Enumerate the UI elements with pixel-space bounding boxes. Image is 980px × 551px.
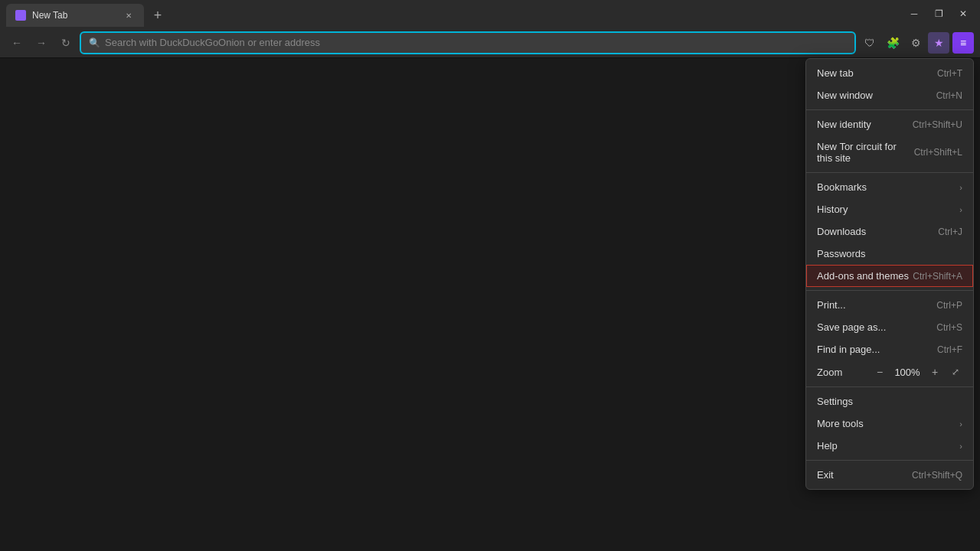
menu-item-exit[interactable]: Exit Ctrl+Shift+Q [806,464,973,486]
menu-item-find-in-page[interactable]: Find in page... Ctrl+F [806,338,973,360]
menu-separator-3 [806,290,973,291]
menu-item-new-window[interactable]: New window Ctrl+N [806,84,973,106]
zoom-value: 100% [893,367,921,378]
minimize-button[interactable]: ─ [903,3,925,24]
menu-item-new-tor-circuit[interactable]: New Tor circuit for this site Ctrl+Shift… [806,135,973,169]
menu-item-addons[interactable]: Add-ons and themes Ctrl+Shift+A [806,265,973,287]
zoom-controls: − 100% + ⤢ [872,364,962,380]
title-bar: New Tab ✕ + ─ ❐ ✕ [0,0,980,28]
zoom-decrease-button[interactable]: − [872,364,887,380]
address-bar[interactable]: 🔍 [80,31,856,54]
maximize-button[interactable]: ❐ [928,3,949,24]
reload-button[interactable]: ↻ [55,32,77,54]
menu-item-save-page[interactable]: Save page as... Ctrl+S [806,316,973,338]
menu-item-help[interactable]: Help › [806,435,973,457]
menu-separator-5 [806,460,973,461]
back-button[interactable]: ← [6,32,28,54]
menu-item-print[interactable]: Print... Ctrl+P [806,294,973,316]
dropdown-menu: New tab Ctrl+T New window Ctrl+N New ide… [805,58,974,490]
toolbar: ← → ↻ 🔍 🛡 🧩 ⚙ ★ ≡ [0,28,980,58]
menu-item-passwords[interactable]: Passwords [806,243,973,265]
menu-separator-4 [806,386,973,387]
search-icon: 🔍 [89,37,100,48]
menu-item-new-tab[interactable]: New tab Ctrl+T [806,62,973,84]
zoom-increase-button[interactable]: + [927,364,942,380]
new-tab-button[interactable]: + [147,5,168,26]
extension-icon-button[interactable]: 🧩 [882,32,903,54]
menu-item-new-identity[interactable]: New identity Ctrl+Shift+U [806,113,973,135]
menu-item-bookmarks[interactable]: Bookmarks › [806,176,973,198]
menu-button[interactable]: ≡ [952,32,974,54]
tab-title: New Tab [32,10,116,21]
onion-icon-button[interactable]: ⚙ [905,32,926,54]
address-input[interactable] [105,37,847,48]
tab-close-button[interactable]: ✕ [122,9,135,21]
shield-icon-button[interactable]: 🛡 [859,32,880,54]
menu-item-history[interactable]: History › [806,198,973,220]
zoom-row: Zoom − 100% + ⤢ [806,360,973,383]
menu-item-downloads[interactable]: Downloads Ctrl+J [806,220,973,243]
menu-separator-2 [806,172,973,173]
menu-separator-1 [806,109,973,110]
close-button[interactable]: ✕ [952,3,974,24]
window-controls: ─ ❐ ✕ [903,3,974,24]
star-icon-button[interactable]: ★ [928,32,949,54]
tab-favicon [15,10,26,21]
toolbar-icons: 🛡 🧩 ⚙ ★ [859,32,949,54]
menu-item-more-tools[interactable]: More tools › [806,412,973,435]
zoom-fullscreen-button[interactable]: ⤢ [949,365,962,379]
active-tab[interactable]: New Tab ✕ [6,4,144,27]
forward-button[interactable]: → [31,32,52,54]
menu-item-settings[interactable]: Settings [806,390,973,412]
